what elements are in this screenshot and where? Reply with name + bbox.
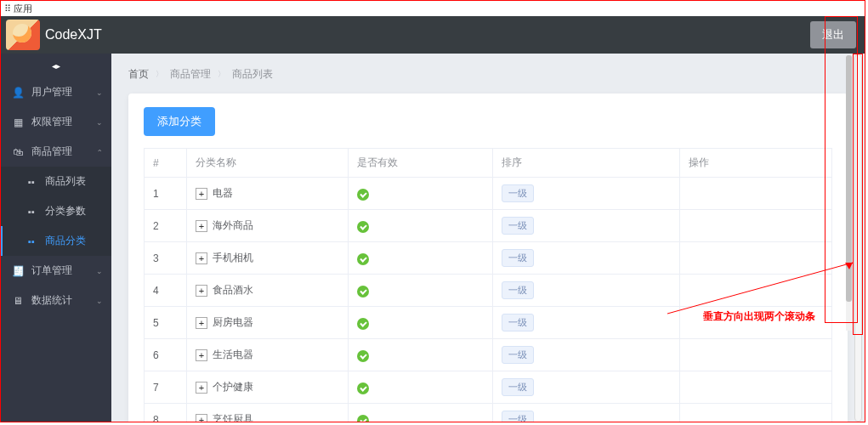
cell-ops — [680, 210, 832, 242]
expand-icon[interactable]: + — [196, 349, 207, 361]
sidebar-item-label: 用户管理 — [31, 85, 72, 99]
cell-valid — [349, 339, 493, 371]
cell-index: 6 — [145, 339, 187, 371]
check-icon — [357, 286, 369, 298]
expand-icon[interactable]: + — [196, 317, 207, 329]
order-icon: 🧾 — [11, 265, 25, 277]
cell-index: 4 — [145, 275, 187, 307]
cell-sort: 一级 — [493, 339, 680, 371]
dot-icon: ▪▪ — [25, 177, 38, 187]
bookmark-label: 应用 — [14, 3, 32, 15]
cell-ops — [680, 275, 832, 307]
th-sort: 排序 — [493, 149, 680, 178]
cell-name: +烹饪厨具 — [187, 404, 349, 422]
sidebar-item-订单管理[interactable]: 🧾订单管理⌄ — [1, 256, 111, 286]
level-tag: 一级 — [502, 411, 534, 422]
sidebar-item-数据统计[interactable]: 🖥数据统计⌄ — [1, 286, 111, 315]
cell-name: +电器 — [187, 178, 349, 210]
add-category-button[interactable]: 添加分类 — [144, 107, 215, 136]
cell-sort: 一级 — [493, 371, 680, 404]
expand-icon[interactable]: + — [196, 285, 207, 297]
logout-button[interactable]: 退出 — [810, 21, 856, 48]
sidebar-item-用户管理[interactable]: 👤用户管理⌄ — [1, 77, 111, 107]
cell-ops — [680, 339, 832, 371]
cell-valid — [349, 242, 493, 275]
sidebar-item-label: 权限管理 — [31, 115, 72, 129]
table-row: 6+生活电器一级 — [145, 339, 832, 371]
sidebar-item-权限管理[interactable]: ▦权限管理⌄ — [1, 107, 111, 137]
expand-icon[interactable]: + — [196, 188, 207, 200]
app-header: CodeXJT 退出 — [1, 16, 865, 54]
th-index: # — [145, 149, 187, 178]
sidebar-subitem-商品列表[interactable]: ▪▪商品列表 — [1, 167, 111, 196]
cell-valid — [349, 178, 493, 210]
th-name: 分类名称 — [187, 149, 349, 178]
chevron-down-icon: ⌄ — [96, 148, 103, 156]
grid-icon: ▦ — [11, 116, 25, 128]
expand-icon[interactable]: + — [196, 252, 207, 264]
breadcrumb: 首页 〉 商品管理 〉 商品列表 — [128, 67, 848, 82]
level-tag: 一级 — [502, 184, 534, 202]
cell-index: 1 — [145, 178, 187, 210]
cell-index: 3 — [145, 242, 187, 275]
expand-icon[interactable]: + — [196, 382, 207, 394]
main-content: 首页 〉 商品管理 〉 商品列表 添加分类 # 分类名称 是否有效 — [111, 54, 865, 422]
th-valid: 是否有效 — [349, 149, 493, 178]
cell-name: +生活电器 — [187, 339, 349, 371]
expand-icon[interactable]: + — [196, 414, 207, 422]
cell-ops — [680, 371, 832, 404]
cell-name: +厨房电器 — [187, 307, 349, 339]
check-icon — [357, 382, 369, 394]
cell-sort: 一级 — [493, 242, 680, 275]
sidebar-subitem-label: 分类参数 — [45, 204, 86, 218]
cell-sort: 一级 — [493, 275, 680, 307]
expand-icon[interactable]: + — [196, 220, 207, 232]
chevron-right-icon: 〉 — [218, 69, 225, 80]
check-icon — [357, 415, 369, 422]
breadcrumb-home[interactable]: 首页 — [128, 67, 149, 82]
check-icon — [357, 318, 369, 330]
sidebar: ◂▸ 👤用户管理⌄▦权限管理⌄🛍商品管理⌄▪▪商品列表▪▪分类参数▪▪商品分类🧾… — [1, 54, 111, 422]
dot-icon: ▪▪ — [25, 207, 38, 217]
chevron-down-icon: ⌄ — [96, 297, 103, 305]
breadcrumb-level1[interactable]: 商品管理 — [170, 67, 211, 82]
table-row: 3+手机相机一级 — [145, 242, 832, 275]
sidebar-collapse-toggle[interactable]: ◂▸ — [1, 54, 111, 77]
table-row: 2+海外商品一级 — [145, 210, 832, 242]
avatar[interactable] — [6, 20, 40, 50]
brand-title: CodeXJT — [45, 27, 102, 42]
level-tag: 一级 — [502, 314, 534, 332]
cell-ops — [680, 307, 832, 339]
level-tag: 一级 — [502, 217, 534, 235]
check-icon — [357, 253, 369, 265]
cell-name: +个护健康 — [187, 371, 349, 404]
sidebar-subitem-分类参数[interactable]: ▪▪分类参数 — [1, 196, 111, 226]
stats-icon: 🖥 — [11, 295, 25, 307]
sidebar-item-label: 商品管理 — [31, 144, 72, 159]
sidebar-subitem-商品分类[interactable]: ▪▪商品分类 — [1, 226, 111, 256]
cell-sort: 一级 — [493, 210, 680, 242]
cell-name: +食品酒水 — [187, 275, 349, 307]
outer-scrollbar[interactable] — [854, 54, 862, 422]
cell-index: 2 — [145, 210, 187, 242]
cell-ops — [680, 178, 832, 210]
chevron-down-icon: ⌄ — [96, 88, 103, 97]
cell-ops — [680, 404, 832, 422]
sidebar-item-商品管理[interactable]: 🛍商品管理⌄ — [1, 137, 111, 167]
cell-name: +手机相机 — [187, 242, 349, 275]
cell-valid — [349, 210, 493, 242]
chevron-down-icon: ⌄ — [96, 267, 103, 275]
apps-icon: ⠿ — [4, 3, 10, 14]
cell-valid — [349, 307, 493, 339]
inner-scrollbar[interactable] — [846, 55, 852, 331]
level-tag: 一级 — [502, 346, 534, 364]
table-row: 4+食品酒水一级 — [145, 275, 832, 307]
cell-index: 5 — [145, 307, 187, 339]
chevron-right-icon: 〉 — [156, 69, 163, 80]
th-ops: 操作 — [680, 149, 832, 178]
sidebar-subitem-label: 商品分类 — [45, 234, 86, 248]
check-icon — [357, 189, 369, 201]
cell-sort: 一级 — [493, 307, 680, 339]
cell-name: +海外商品 — [187, 210, 349, 242]
browser-bookmark-bar: ⠿ 应用 — [1, 1, 865, 16]
